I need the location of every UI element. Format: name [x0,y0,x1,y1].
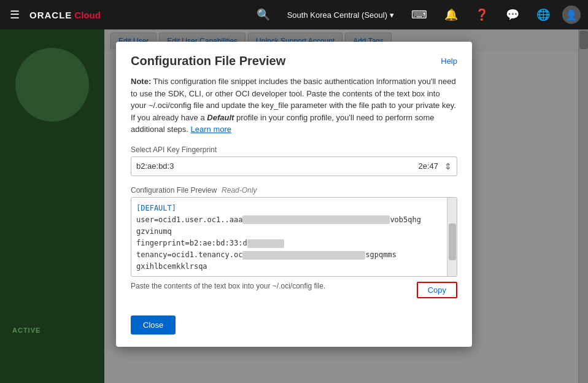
copy-button[interactable]: Copy [417,282,457,298]
bell-icon[interactable]: 🔔 [439,6,463,24]
modal-body: Note: This configuration file snippet in… [116,75,472,315]
config-preview-container: [DEFAULT] user=ocid1.user.oc1..aaa vob5q… [131,197,457,277]
select-value-left: b2:ae:bd:3 [136,161,174,171]
hamburger-menu-icon[interactable]: ☰ [7,6,22,24]
select-api-key-label: Select API Key Fingerprint [131,145,457,154]
modal-title: Configuration File Preview [131,54,285,68]
user-avatar[interactable]: 👤 [562,6,581,24]
read-only-badge: Read-Only [222,186,257,195]
region-label: South Korea Central (Seoul) [287,10,387,20]
config-label-row: Configuration File Preview Read-Only [131,186,457,195]
page-background: ACTIVE Edit User Edit User Capabilities … [0,29,588,383]
help-icon[interactable]: ❓ [470,6,493,24]
config-line-default: [DEFAULT] [136,203,442,214]
learn-more-link[interactable]: Learn more [191,125,231,134]
chat-icon[interactable]: 💬 [501,6,524,24]
oracle-logo: ORACLE Cloud [29,10,101,20]
terminal-icon[interactable]: ⌨ [406,6,432,24]
config-line-gxihlbcemkklrsqa: gxihlbcemkklrsqa [136,261,442,273]
api-key-fingerprint-select[interactable]: b2:ae:bd:3 2e:47 ⇕ [131,157,457,176]
note-paragraph: Note: This configuration file snippet in… [131,75,457,136]
modal-header: Configuration File Preview Help [116,42,472,75]
config-line-tenancy: tenancy=ocid1.tenancy.oc sgpqmms [136,249,442,261]
configuration-file-preview-dialog: Configuration File Preview Help Note: Th… [116,42,472,347]
default-bold-text: Default [207,113,234,122]
config-scrollbar[interactable] [447,198,457,276]
region-chevron-icon: ▾ [390,10,394,20]
select-arrow-icon: ⇕ [444,161,452,171]
config-line-gzvinumq: gzvinumq [136,226,442,238]
config-line-user: user=ocid1.user.oc1..aaa vob5qhg [136,214,442,226]
config-preview-text: [DEFAULT] user=ocid1.user.oc1..aaa vob5q… [131,198,447,276]
cloud-text: Cloud [74,10,101,20]
globe-icon[interactable]: 🌐 [532,6,555,24]
close-button[interactable]: Close [131,315,176,335]
hint-text: Paste the contents of the text box into … [131,282,325,290]
config-file-preview-label: Configuration File Preview [131,186,217,195]
note-bold-label: Note: [131,77,151,86]
config-scrollbar-thumb[interactable] [449,223,456,260]
oracle-text: ORACLE [29,10,72,20]
modal-footer: Close [116,315,472,347]
select-value-right: 2e:47 [418,161,438,171]
search-icon[interactable]: 🔍 [252,6,275,24]
region-selector[interactable]: South Korea Central (Seoul) ▾ [282,8,399,22]
navbar: ☰ ORACLE Cloud 🔍 South Korea Central (Se… [0,0,588,29]
api-key-fingerprint-select-container: b2:ae:bd:3 2e:47 ⇕ [131,157,457,176]
config-line-fingerprint: fingerprint=b2:ae:bd:33:d [136,238,442,249]
help-link[interactable]: Help [441,56,457,66]
modal-overlay: Configuration File Preview Help Note: Th… [0,29,588,383]
